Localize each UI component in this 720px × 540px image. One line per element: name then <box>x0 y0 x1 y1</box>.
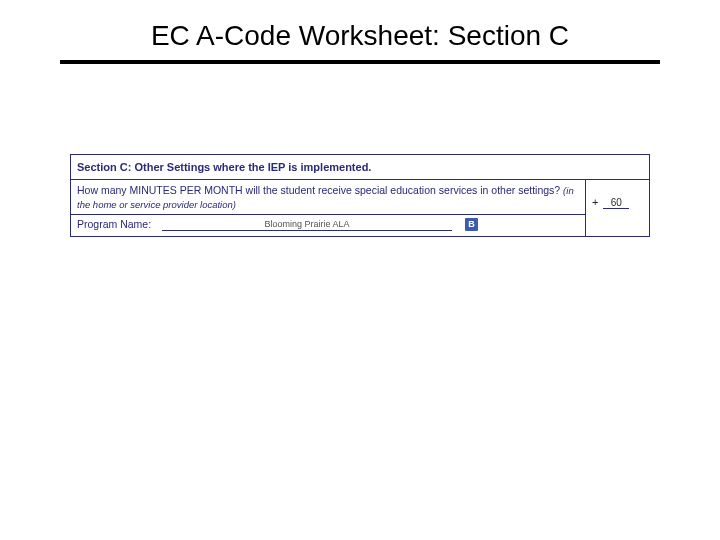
badge-b: B <box>465 218 478 231</box>
section-c-table: Section C: Other Settings where the IEP … <box>70 154 650 237</box>
plus-sign: + <box>592 196 598 208</box>
program-label: Program Name: <box>77 218 151 230</box>
page-title: EC A-Code Worksheet: Section C <box>0 0 720 60</box>
minutes-cell: + 60 <box>586 180 650 237</box>
minutes-value: 60 <box>603 197 629 209</box>
title-underline <box>60 60 660 64</box>
question-cell: How many MINUTES PER MONTH will the stud… <box>71 180 586 215</box>
question-text: How many MINUTES PER MONTH will the stud… <box>77 184 560 196</box>
program-name-field: Blooming Prairie ALA <box>162 219 452 231</box>
section-header: Section C: Other Settings where the IEP … <box>71 155 650 180</box>
program-row: Program Name: Blooming Prairie ALA B <box>71 214 586 237</box>
